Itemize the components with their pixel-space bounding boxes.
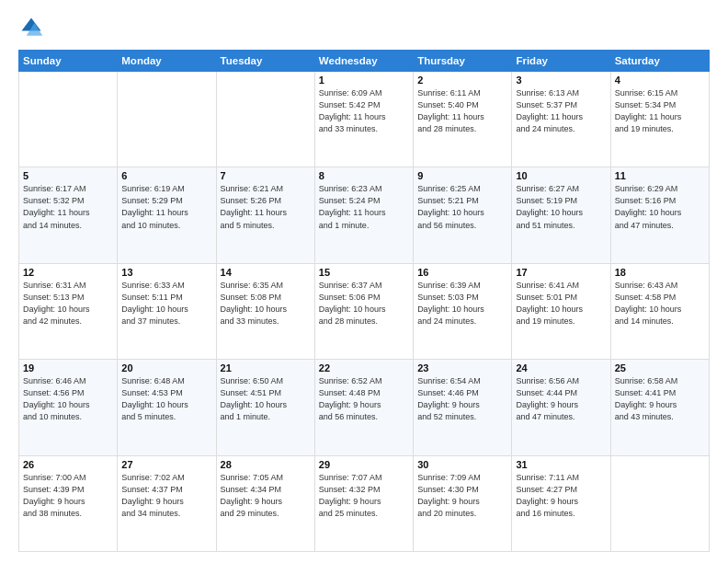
day-info: Sunrise: 6:25 AMSunset: 5:21 PMDaylight:… — [417, 183, 507, 231]
day-number: 8 — [319, 170, 409, 181]
week-row-4: 19Sunrise: 6:46 AMSunset: 4:56 PMDayligh… — [19, 360, 710, 455]
day-number: 27 — [121, 459, 211, 470]
day-cell: 20Sunrise: 6:48 AMSunset: 4:53 PMDayligh… — [118, 360, 216, 455]
day-number: 5 — [23, 170, 113, 181]
day-info: Sunrise: 6:46 AMSunset: 4:56 PMDaylight:… — [23, 375, 113, 423]
day-info: Sunrise: 6:58 AMSunset: 4:41 PMDaylight:… — [615, 375, 705, 423]
day-info: Sunrise: 6:09 AMSunset: 5:42 PMDaylight:… — [319, 87, 409, 135]
day-info: Sunrise: 6:33 AMSunset: 5:11 PMDaylight:… — [121, 280, 211, 327]
header — [18, 15, 710, 40]
weekday-header-monday: Monday — [118, 51, 216, 72]
day-info: Sunrise: 6:43 AMSunset: 4:58 PMDaylight:… — [615, 280, 705, 327]
day-cell: 6Sunrise: 6:19 AMSunset: 5:29 PMDaylight… — [118, 167, 216, 263]
day-info: Sunrise: 6:39 AMSunset: 5:03 PMDaylight:… — [417, 280, 507, 327]
day-cell: 22Sunrise: 6:52 AMSunset: 4:48 PMDayligh… — [314, 360, 413, 455]
day-cell: 15Sunrise: 6:37 AMSunset: 5:06 PMDayligh… — [314, 263, 413, 359]
weekday-header-thursday: Thursday — [414, 51, 512, 72]
day-cell: 3Sunrise: 6:13 AMSunset: 5:37 PMDaylight… — [512, 72, 610, 167]
day-cell — [19, 72, 118, 167]
day-number: 22 — [319, 362, 409, 373]
day-cell: 29Sunrise: 7:07 AMSunset: 4:32 PMDayligh… — [314, 455, 413, 551]
day-cell: 23Sunrise: 6:54 AMSunset: 4:46 PMDayligh… — [414, 360, 512, 455]
weekday-header-tuesday: Tuesday — [216, 51, 314, 72]
day-cell: 5Sunrise: 6:17 AMSunset: 5:32 PMDaylight… — [19, 167, 118, 263]
day-number: 31 — [516, 459, 606, 470]
day-number: 2 — [417, 75, 507, 86]
day-info: Sunrise: 7:02 AMSunset: 4:37 PMDaylight:… — [121, 472, 211, 520]
day-info: Sunrise: 7:11 AMSunset: 4:27 PMDaylight:… — [516, 472, 606, 520]
day-info: Sunrise: 6:13 AMSunset: 5:37 PMDaylight:… — [516, 87, 606, 135]
day-cell: 13Sunrise: 6:33 AMSunset: 5:11 PMDayligh… — [118, 263, 216, 359]
calendar-table: SundayMondayTuesdayWednesdayThursdayFrid… — [18, 50, 710, 552]
day-info: Sunrise: 6:23 AMSunset: 5:24 PMDaylight:… — [319, 183, 409, 231]
day-cell: 9Sunrise: 6:25 AMSunset: 5:21 PMDaylight… — [414, 167, 512, 263]
day-number: 6 — [121, 170, 211, 181]
day-info: Sunrise: 6:31 AMSunset: 5:13 PMDaylight:… — [23, 280, 113, 327]
day-number: 4 — [615, 75, 705, 86]
day-info: Sunrise: 6:48 AMSunset: 4:53 PMDaylight:… — [121, 375, 211, 423]
day-info: Sunrise: 6:17 AMSunset: 5:32 PMDaylight:… — [23, 183, 113, 231]
logo — [18, 15, 48, 40]
day-cell: 26Sunrise: 7:00 AMSunset: 4:39 PMDayligh… — [19, 455, 118, 551]
week-row-1: 1Sunrise: 6:09 AMSunset: 5:42 PMDaylight… — [19, 72, 710, 167]
day-cell: 14Sunrise: 6:35 AMSunset: 5:08 PMDayligh… — [216, 263, 314, 359]
day-cell: 11Sunrise: 6:29 AMSunset: 5:16 PMDayligh… — [610, 167, 709, 263]
day-info: Sunrise: 6:52 AMSunset: 4:48 PMDaylight:… — [319, 375, 409, 423]
day-number: 15 — [319, 267, 409, 278]
day-cell: 12Sunrise: 6:31 AMSunset: 5:13 PMDayligh… — [19, 263, 118, 359]
day-info: Sunrise: 6:11 AMSunset: 5:40 PMDaylight:… — [417, 87, 507, 135]
day-cell: 19Sunrise: 6:46 AMSunset: 4:56 PMDayligh… — [19, 360, 118, 455]
day-number: 9 — [417, 170, 507, 181]
day-info: Sunrise: 6:27 AMSunset: 5:19 PMDaylight:… — [516, 183, 606, 231]
day-cell: 16Sunrise: 6:39 AMSunset: 5:03 PMDayligh… — [414, 263, 512, 359]
week-row-3: 12Sunrise: 6:31 AMSunset: 5:13 PMDayligh… — [19, 263, 710, 359]
day-cell: 24Sunrise: 6:56 AMSunset: 4:44 PMDayligh… — [512, 360, 610, 455]
week-row-5: 26Sunrise: 7:00 AMSunset: 4:39 PMDayligh… — [19, 455, 710, 551]
day-info: Sunrise: 6:35 AMSunset: 5:08 PMDaylight:… — [221, 280, 311, 327]
day-number: 30 — [417, 459, 507, 470]
day-cell: 18Sunrise: 6:43 AMSunset: 4:58 PMDayligh… — [610, 263, 709, 359]
day-cell: 21Sunrise: 6:50 AMSunset: 4:51 PMDayligh… — [216, 360, 314, 455]
day-number: 13 — [121, 267, 211, 278]
day-number: 16 — [417, 267, 507, 278]
day-info: Sunrise: 7:00 AMSunset: 4:39 PMDaylight:… — [23, 472, 113, 520]
day-number: 24 — [516, 362, 606, 373]
day-number: 20 — [121, 362, 211, 373]
day-number: 18 — [615, 267, 705, 278]
day-cell: 4Sunrise: 6:15 AMSunset: 5:34 PMDaylight… — [610, 72, 709, 167]
day-info: Sunrise: 6:54 AMSunset: 4:46 PMDaylight:… — [417, 375, 507, 423]
day-cell: 31Sunrise: 7:11 AMSunset: 4:27 PMDayligh… — [512, 455, 610, 551]
day-info: Sunrise: 6:29 AMSunset: 5:16 PMDaylight:… — [615, 183, 705, 231]
day-info: Sunrise: 7:05 AMSunset: 4:34 PMDaylight:… — [221, 472, 311, 520]
day-info: Sunrise: 6:50 AMSunset: 4:51 PMDaylight:… — [221, 375, 311, 423]
day-info: Sunrise: 6:21 AMSunset: 5:26 PMDaylight:… — [221, 183, 311, 231]
day-cell: 2Sunrise: 6:11 AMSunset: 5:40 PMDaylight… — [414, 72, 512, 167]
day-cell: 28Sunrise: 7:05 AMSunset: 4:34 PMDayligh… — [216, 455, 314, 551]
weekday-header-wednesday: Wednesday — [314, 51, 413, 72]
logo-icon — [18, 15, 44, 40]
day-info: Sunrise: 6:56 AMSunset: 4:44 PMDaylight:… — [516, 375, 606, 423]
day-number: 3 — [516, 75, 606, 86]
day-number: 21 — [221, 362, 311, 373]
day-info: Sunrise: 6:37 AMSunset: 5:06 PMDaylight:… — [319, 280, 409, 327]
day-number: 17 — [516, 267, 606, 278]
weekday-header-friday: Friday — [512, 51, 610, 72]
day-info: Sunrise: 6:15 AMSunset: 5:34 PMDaylight:… — [615, 87, 705, 135]
weekday-header-row: SundayMondayTuesdayWednesdayThursdayFrid… — [19, 51, 710, 72]
day-cell — [610, 455, 709, 551]
day-cell: 30Sunrise: 7:09 AMSunset: 4:30 PMDayligh… — [414, 455, 512, 551]
day-cell: 10Sunrise: 6:27 AMSunset: 5:19 PMDayligh… — [512, 167, 610, 263]
day-info: Sunrise: 6:41 AMSunset: 5:01 PMDaylight:… — [516, 280, 606, 327]
day-number: 25 — [615, 362, 705, 373]
day-cell: 1Sunrise: 6:09 AMSunset: 5:42 PMDaylight… — [314, 72, 413, 167]
day-info: Sunrise: 7:07 AMSunset: 4:32 PMDaylight:… — [319, 472, 409, 520]
week-row-2: 5Sunrise: 6:17 AMSunset: 5:32 PMDaylight… — [19, 167, 710, 263]
day-number: 19 — [23, 362, 113, 373]
day-info: Sunrise: 6:19 AMSunset: 5:29 PMDaylight:… — [121, 183, 211, 231]
day-number: 26 — [23, 459, 113, 470]
weekday-header-sunday: Sunday — [19, 51, 118, 72]
weekday-header-saturday: Saturday — [610, 51, 709, 72]
day-number: 12 — [23, 267, 113, 278]
day-number: 10 — [516, 170, 606, 181]
day-number: 11 — [615, 170, 705, 181]
